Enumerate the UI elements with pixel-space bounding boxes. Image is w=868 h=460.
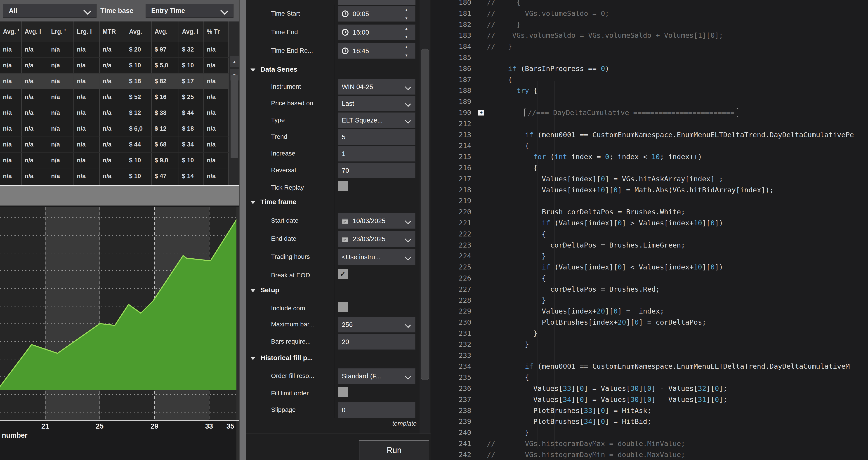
section-header-data-series[interactable]: Data Series xyxy=(250,66,297,73)
section-header-historical-fill-p-[interactable]: Historical fill p... xyxy=(250,354,313,362)
code-line[interactable]: 189 xyxy=(431,96,868,107)
table-row[interactable]: n/an/an/an/an/a$ 10$ 9,0$ 10n/a xyxy=(0,153,229,168)
table-scrollbar-thumb[interactable] xyxy=(230,74,238,158)
code-line[interactable]: 230 PlotBrushes[index+20][0] = corDeltaP… xyxy=(431,317,868,328)
text-input-slippage[interactable]: 0 xyxy=(338,402,415,418)
field-order-fill-reso-[interactable]: Standard (F... xyxy=(338,368,415,384)
collapsed-region-box[interactable]: //=== DayDeltaCumulative ===============… xyxy=(524,108,738,117)
code-line[interactable]: 225 if (Values[index][0] < Values[index+… xyxy=(431,262,868,273)
filter-dropdown[interactable]: All xyxy=(3,4,96,18)
code-line[interactable]: 213 if (menu0001 == CustomEnumNamespace.… xyxy=(431,129,868,141)
field-type[interactable]: ELT Squeze... xyxy=(338,112,415,128)
code-line[interactable]: 228 } xyxy=(431,295,868,306)
section-header-time-frame[interactable]: Time frame xyxy=(250,198,297,206)
field-time-end-re-[interactable]: 16:45▲▼ xyxy=(338,43,415,59)
column-header[interactable]: Lrg. ' xyxy=(48,22,74,42)
column-header[interactable]: MTR xyxy=(100,22,126,42)
code-line[interactable]: 224 } xyxy=(431,250,868,262)
code-line[interactable]: 186 if (BarsInProgress == 0) xyxy=(431,63,868,74)
code-line[interactable]: 235 { xyxy=(431,372,868,383)
code-line[interactable]: 222 { xyxy=(431,228,868,240)
code-line[interactable]: 237 Values[34][0] = Values[30][0] - Valu… xyxy=(431,394,868,405)
code-line[interactable]: 216 { xyxy=(431,162,868,173)
column-header[interactable]: Avg. ' xyxy=(0,22,22,42)
code-line[interactable]: 187 { xyxy=(431,74,868,85)
field-time-end[interactable]: 16:00▲▼ xyxy=(338,24,415,40)
column-header[interactable]: Avg. xyxy=(126,22,152,42)
table-row[interactable]: n/an/an/an/an/a$ 10$ 47$ 14n/a xyxy=(0,168,229,184)
table-row[interactable]: n/an/an/an/an/a$ 12$ 38$ 44n/a xyxy=(0,105,229,121)
chevron-down-icon[interactable]: ▼ xyxy=(405,16,408,20)
field-instrument[interactable]: WIN 04-25 xyxy=(338,79,415,95)
table-row[interactable]: n/an/an/an/an/a$ 20$ 97$ 32n/a xyxy=(0,42,229,58)
text-input-bars-require-[interactable]: 20 xyxy=(338,334,415,350)
checkbox-unchecked[interactable] xyxy=(338,387,348,397)
settings-scrollbar-thumb[interactable] xyxy=(421,49,429,380)
fold-expand-icon[interactable]: + xyxy=(478,110,484,116)
code-line[interactable]: 212 xyxy=(431,118,868,129)
text-input-trend[interactable]: 5 xyxy=(338,129,415,145)
code-line[interactable]: 226 { xyxy=(431,273,868,284)
code-line[interactable]: 242// VGs.histogramDayMin = double.MaxVa… xyxy=(431,449,868,460)
code-line[interactable]: 180// { xyxy=(431,0,868,8)
chevron-down-icon[interactable]: ▼ xyxy=(405,53,408,57)
text-input-increase[interactable]: 1 xyxy=(338,146,415,162)
template-link[interactable]: template xyxy=(393,420,416,427)
time-base-dropdown[interactable]: Entry Time xyxy=(146,4,234,18)
table-row[interactable]: n/an/an/an/an/a$ 10$ 5,0$ 10n/a xyxy=(0,58,229,73)
spinner-control[interactable]: ▲▼ xyxy=(403,26,409,39)
vertical-splitter[interactable] xyxy=(239,0,247,460)
column-header[interactable]: Lrg. I xyxy=(74,22,100,42)
code-line[interactable]: 223 corDeltaPos = Brushes.LimeGreen; xyxy=(431,240,868,251)
checkbox-unchecked[interactable] xyxy=(338,302,348,312)
field-end-date[interactable]: 23/03/2025 xyxy=(338,231,415,247)
code-line[interactable]: 183// VGs.volumeSaldo = VGs.volumeSaldo … xyxy=(431,30,868,41)
code-line[interactable]: 215 for (int index = 0; index < 10; inde… xyxy=(431,151,868,162)
code-line[interactable]: 234 if (menu0001 == CustomEnumNamespace.… xyxy=(431,361,868,372)
clipped-input-field[interactable] xyxy=(338,0,415,5)
code-line[interactable]: 241// VGs.histogramDayMax = double.MinVa… xyxy=(431,438,868,449)
code-line[interactable]: 240 } xyxy=(431,427,868,438)
field-maximum-bar-[interactable]: 256 xyxy=(338,317,415,333)
chevron-up-icon[interactable]: ▲ xyxy=(405,8,408,12)
code-line[interactable]: 221 if (Values[index][0] > Values[index+… xyxy=(431,217,868,228)
code-line[interactable]: 239 PlotBrushes[34][0] = HitBid; xyxy=(431,416,868,427)
code-line[interactable]: 232 } xyxy=(431,339,868,350)
field-time-start[interactable]: 09:05▲▼ xyxy=(338,6,415,22)
spinner-control[interactable]: ▲▼ xyxy=(403,8,409,20)
ninjascript-code-editor[interactable]: 180// {181// VGs.volumeSaldo = 0;182// }… xyxy=(431,0,868,460)
code-line[interactable]: 219 xyxy=(431,195,868,206)
table-row[interactable]: n/an/an/an/an/a$ 44$ 68$ 34n/a xyxy=(0,137,229,153)
code-line[interactable]: 184// } xyxy=(431,41,868,52)
checkbox-checked[interactable]: ✓ xyxy=(338,269,348,279)
section-header-setup[interactable]: Setup xyxy=(250,286,279,294)
code-line[interactable]: 220 Brush corDeltaPos = Brushes.White; xyxy=(431,206,868,217)
run-button[interactable]: Run xyxy=(359,440,429,460)
column-header[interactable]: Avg. I xyxy=(179,22,204,42)
checkbox-unchecked[interactable] xyxy=(338,181,348,191)
code-line[interactable]: 229 Values[index+20][0] = index; xyxy=(431,306,868,317)
code-line[interactable]: 190//=== DayDeltaCumulative ============… xyxy=(431,107,868,118)
code-line[interactable]: 231 } xyxy=(431,328,868,339)
chevron-down-icon[interactable]: ▼ xyxy=(405,35,408,39)
spinner-control[interactable]: ▲▼ xyxy=(403,45,409,57)
column-header[interactable]: Avg. I xyxy=(22,22,48,42)
code-line[interactable]: 185 xyxy=(431,52,868,63)
code-line[interactable]: 217 Values[index][0] = VGs.hitAskArray[i… xyxy=(431,173,868,184)
column-header[interactable]: Avg. xyxy=(152,22,179,42)
code-line[interactable]: 218 Values[index+10][0] = Math.Abs(VGs.h… xyxy=(431,184,868,195)
field-price-based-on[interactable]: Last xyxy=(338,96,415,112)
table-row[interactable]: n/an/an/an/an/a$ 6,0$ 12$ 18n/a xyxy=(0,121,229,137)
code-line[interactable]: 233 xyxy=(431,350,868,361)
table-scrollbar[interactable]: ▲ ▼ xyxy=(229,22,240,185)
field-trading-hours[interactable]: <Use instru... xyxy=(338,249,415,265)
scroll-up-icon[interactable]: ▲ xyxy=(230,56,239,67)
chevron-up-icon[interactable]: ▲ xyxy=(405,45,408,49)
field-start-date[interactable]: 10/03/2025 xyxy=(338,213,415,229)
code-line[interactable]: 181// VGs.volumeSaldo = 0; xyxy=(431,8,868,19)
table-row[interactable]: n/an/an/an/an/a$ 52$ 16$ 25n/a xyxy=(0,89,229,105)
code-line[interactable]: 227 corDeltaPos = Brushes.Red; xyxy=(431,284,868,295)
code-line[interactable]: 214 { xyxy=(431,140,868,151)
settings-scrollbar[interactable] xyxy=(420,0,430,434)
code-line[interactable]: 188 try { xyxy=(431,85,868,96)
